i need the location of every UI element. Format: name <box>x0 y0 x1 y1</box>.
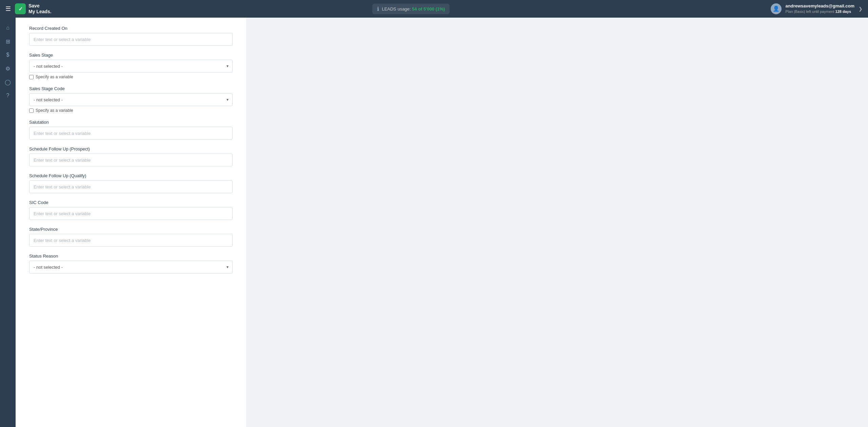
sidebar-item-account[interactable]: ◯ <box>2 76 14 88</box>
logo-checkmark-icon: ✓ <box>15 3 26 14</box>
label-sales-stage: Sales Stage <box>29 53 233 58</box>
user-email: andrewsavemyleads@gmail.com <box>786 3 854 9</box>
field-schedule-follow-up-prospect: Schedule Follow Up (Prospect) <box>29 146 233 166</box>
select-wrapper-sales-stage-code: - not selected - ▾ <box>29 93 233 106</box>
select-sales-stage-code[interactable]: - not selected - <box>29 93 233 106</box>
topnav-left: ☰ ✓ Save My Leads. <box>5 3 52 15</box>
select-sales-stage[interactable]: - not selected - <box>29 60 233 73</box>
info-icon: ℹ <box>377 6 379 12</box>
field-sic-code: SIC Code <box>29 200 233 220</box>
field-record-created-on: Record Created On <box>29 26 233 46</box>
top-navigation: ☰ ✓ Save My Leads. ℹ LEADS usage: 54 of … <box>0 0 868 18</box>
user-avatar-icon: 👤 <box>771 3 782 14</box>
topnav-right: 👤 andrewsavemyleads@gmail.com Plan |Basi… <box>771 3 863 15</box>
input-schedule-follow-up-qualify[interactable] <box>29 180 233 193</box>
field-sales-stage: Sales Stage - not selected - ▾ Specify a… <box>29 53 233 79</box>
specify-variable-sales-stage-code-checkbox[interactable] <box>29 108 34 113</box>
leads-usage-label: LEADS usage: 54 of 5'000 (1%) <box>382 6 445 12</box>
content-area: Record Created On Sales Stage - not sele… <box>16 18 868 427</box>
label-status-reason: Status Reason <box>29 253 233 259</box>
field-status-reason: Status Reason - not selected - ▾ <box>29 253 233 273</box>
input-state-province[interactable] <box>29 234 233 247</box>
user-info: andrewsavemyleads@gmail.com Plan |Basic|… <box>786 3 854 15</box>
field-salutation: Salutation <box>29 120 233 140</box>
sidebar: ⌂ ⊞ $ ⚙ ◯ ? <box>0 18 16 427</box>
sidebar-item-help[interactable]: ? <box>2 89 14 102</box>
specify-variable-sales-stage-code: Specify as a variable <box>29 108 233 113</box>
label-state-province: State/Province <box>29 227 233 232</box>
field-schedule-follow-up-qualify: Schedule Follow Up (Qualify) <box>29 173 233 193</box>
label-schedule-follow-up-qualify: Schedule Follow Up (Qualify) <box>29 173 233 178</box>
sidebar-item-billing[interactable]: $ <box>2 49 14 61</box>
label-salutation: Salutation <box>29 120 233 125</box>
input-sic-code[interactable] <box>29 207 233 220</box>
label-sales-stage-code: Sales Stage Code <box>29 86 233 91</box>
label-record-created-on: Record Created On <box>29 26 233 31</box>
select-wrapper-sales-stage: - not selected - ▾ <box>29 60 233 73</box>
label-sic-code: SIC Code <box>29 200 233 205</box>
input-record-created-on[interactable] <box>29 33 233 46</box>
specify-variable-sales-stage-label[interactable]: Specify as a variable <box>36 75 73 79</box>
specify-variable-sales-stage-checkbox[interactable] <box>29 75 34 79</box>
leads-usage-box: ℹ LEADS usage: 54 of 5'000 (1%) <box>372 4 450 14</box>
hamburger-menu-icon[interactable]: ☰ <box>5 5 11 13</box>
label-schedule-follow-up-prospect: Schedule Follow Up (Prospect) <box>29 146 233 151</box>
select-status-reason[interactable]: - not selected - <box>29 261 233 273</box>
field-sales-stage-code: Sales Stage Code - not selected - ▾ Spec… <box>29 86 233 113</box>
user-menu-chevron-icon[interactable]: ❯ <box>859 6 863 12</box>
logo-text: Save My Leads. <box>28 3 52 15</box>
select-wrapper-status-reason: - not selected - ▾ <box>29 261 233 273</box>
topnav-center: ℹ LEADS usage: 54 of 5'000 (1%) <box>372 4 450 14</box>
main-layout: ⌂ ⊞ $ ⚙ ◯ ? Record Created On Sales Stag… <box>0 18 868 427</box>
specify-variable-sales-stage-code-label[interactable]: Specify as a variable <box>36 108 73 113</box>
input-salutation[interactable] <box>29 127 233 140</box>
form-container: Record Created On Sales Stage - not sele… <box>16 18 246 427</box>
logo-container: ✓ Save My Leads. <box>15 3 52 15</box>
field-state-province: State/Province <box>29 227 233 247</box>
sidebar-item-home[interactable]: ⌂ <box>2 22 14 34</box>
specify-variable-sales-stage: Specify as a variable <box>29 75 233 79</box>
user-plan: Plan |Basic| left until payment 128 days <box>786 9 854 14</box>
sidebar-item-tools[interactable]: ⚙ <box>2 62 14 75</box>
input-schedule-follow-up-prospect[interactable] <box>29 154 233 166</box>
leads-usage-value: 54 of 5'000 (1%) <box>412 6 445 12</box>
sidebar-item-connections[interactable]: ⊞ <box>2 35 14 47</box>
